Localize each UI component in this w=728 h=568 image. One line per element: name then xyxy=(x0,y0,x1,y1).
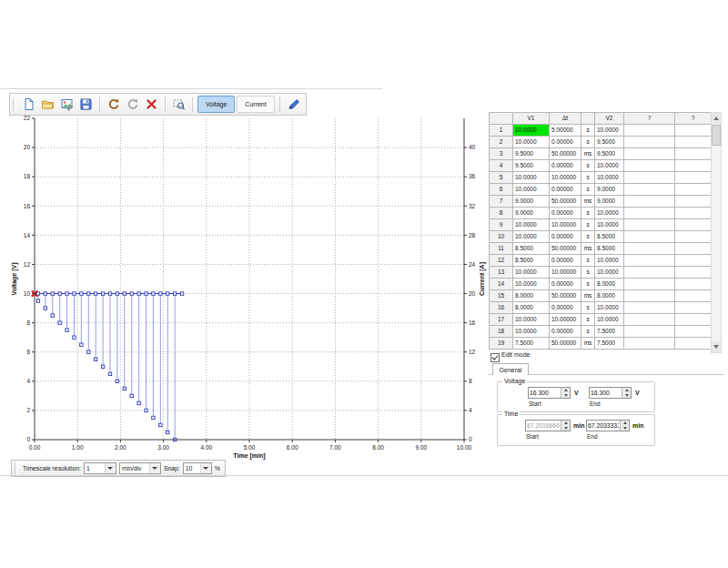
table-cell[interactable]: 10.0000 xyxy=(595,172,624,184)
table-cell[interactable] xyxy=(624,290,675,302)
data-point-marker[interactable] xyxy=(51,314,54,317)
table-cell[interactable] xyxy=(624,279,675,290)
table-cell[interactable] xyxy=(675,160,712,172)
data-point-marker[interactable] xyxy=(101,365,104,368)
table-cell[interactable]: 50.00000 xyxy=(550,243,581,255)
spin-down-button[interactable] xyxy=(561,393,570,399)
spin-down-button[interactable] xyxy=(621,426,629,431)
current-tab-button[interactable]: Current xyxy=(237,96,274,113)
data-point-marker[interactable] xyxy=(66,329,68,331)
table-cell[interactable]: 50.00000 xyxy=(550,338,581,350)
spin-down-button[interactable] xyxy=(561,426,570,431)
table-cell[interactable]: 10.0000 xyxy=(513,184,550,196)
row-header[interactable]: 13 xyxy=(490,267,513,279)
table-cell[interactable]: 9.0000 xyxy=(595,184,624,196)
table-cell[interactable] xyxy=(675,279,712,290)
data-point-marker[interactable] xyxy=(80,343,83,346)
data-point-marker[interactable] xyxy=(167,431,169,433)
table-cell[interactable] xyxy=(675,338,712,350)
table-cell[interactable] xyxy=(675,137,712,148)
table-cell[interactable] xyxy=(624,231,675,243)
scroll-down-button[interactable] xyxy=(712,341,721,352)
row-header[interactable]: 8 xyxy=(490,208,513,219)
table-cell[interactable]: s xyxy=(581,267,595,279)
table-cell[interactable] xyxy=(675,267,712,279)
table-cell[interactable] xyxy=(624,267,675,279)
table-cell[interactable]: 10.0000 xyxy=(513,137,550,148)
table-cell[interactable]: 0.00000 xyxy=(550,326,581,338)
table-scrollbar[interactable] xyxy=(711,112,722,353)
table-cell[interactable]: s xyxy=(581,326,595,338)
row-header[interactable]: 2 xyxy=(490,137,513,148)
data-point-marker[interactable] xyxy=(108,372,111,375)
table-cell[interactable]: 0.00000 xyxy=(550,208,581,219)
table-cell[interactable]: s xyxy=(581,314,595,326)
table-cell[interactable] xyxy=(675,208,712,219)
table-cell[interactable]: 8.5000 xyxy=(513,243,550,255)
table-cell[interactable]: ms xyxy=(581,290,595,302)
data-point-marker[interactable] xyxy=(73,292,76,295)
table-cell[interactable] xyxy=(624,314,675,326)
table-cell[interactable]: 10.0000 xyxy=(513,314,550,326)
tab-general[interactable]: General xyxy=(492,363,529,375)
pen-icon[interactable] xyxy=(285,96,302,113)
table-cell[interactable] xyxy=(675,125,712,137)
data-point-marker[interactable] xyxy=(94,292,96,295)
data-point-marker[interactable] xyxy=(87,350,90,353)
table-cell[interactable] xyxy=(675,255,712,267)
table-cell[interactable]: 9.0000 xyxy=(595,196,624,208)
table-cell[interactable]: s xyxy=(581,208,595,219)
timescale-value-select[interactable]: 1 xyxy=(84,462,116,474)
table-cell[interactable] xyxy=(624,326,675,338)
sequence-table[interactable]: V1ΔtV2??110.00005.00000s10.0000210.00000… xyxy=(489,112,711,350)
table-cell[interactable]: 7.5000 xyxy=(595,338,624,350)
table-cell[interactable] xyxy=(624,172,675,184)
table-cell[interactable] xyxy=(624,208,675,219)
table-cell[interactable] xyxy=(675,314,712,326)
row-header[interactable]: 18 xyxy=(490,326,513,338)
row-header[interactable]: 15 xyxy=(490,290,513,302)
data-point-marker[interactable] xyxy=(58,292,61,295)
data-point-marker[interactable] xyxy=(137,401,140,404)
open-icon[interactable] xyxy=(39,96,56,113)
table-cell[interactable]: s xyxy=(581,302,595,314)
table-cell[interactable]: 9.5000 xyxy=(595,137,624,148)
table-cell[interactable] xyxy=(675,243,712,255)
timescale-unit-select[interactable]: min/div xyxy=(119,462,161,474)
table-cell[interactable]: 7.5000 xyxy=(513,338,550,350)
table-cell[interactable]: 8.5000 xyxy=(595,243,624,255)
data-point-marker[interactable] xyxy=(130,292,133,295)
table-cell[interactable]: 50.00000 xyxy=(550,290,581,302)
table-cell[interactable]: 9.0000 xyxy=(513,196,550,208)
table-cell[interactable]: 10.0000 xyxy=(595,219,624,231)
data-point-marker[interactable] xyxy=(73,336,76,339)
table-cell[interactable] xyxy=(675,290,712,302)
data-point-marker[interactable] xyxy=(116,292,118,295)
data-point-marker[interactable] xyxy=(51,292,54,295)
row-header[interactable]: 5 xyxy=(490,172,513,184)
data-point-marker[interactable] xyxy=(108,292,111,295)
data-point-marker[interactable] xyxy=(152,416,155,419)
table-cell[interactable]: 10.0000 xyxy=(595,208,624,219)
table-cell[interactable] xyxy=(675,219,712,231)
table-cell[interactable]: s xyxy=(581,219,595,231)
data-point-marker[interactable] xyxy=(145,292,147,295)
data-point-marker[interactable] xyxy=(123,292,126,295)
table-cell[interactable]: ms xyxy=(581,196,595,208)
edit-mode-checkbox[interactable] xyxy=(490,353,500,362)
table-cell[interactable]: 8.0000 xyxy=(513,290,550,302)
table-cell[interactable] xyxy=(624,255,675,267)
data-point-marker[interactable] xyxy=(159,423,162,426)
row-header[interactable]: 3 xyxy=(490,148,513,160)
table-cell[interactable]: s xyxy=(581,137,595,148)
redo-icon[interactable] xyxy=(124,96,141,113)
export-icon[interactable] xyxy=(58,96,76,113)
table-cell[interactable] xyxy=(624,243,675,255)
table-cell[interactable]: 0.00000 xyxy=(550,255,581,267)
table-cell[interactable]: 10.00000 xyxy=(550,172,581,184)
table-cell[interactable]: ms xyxy=(581,243,595,255)
save-icon[interactable] xyxy=(77,96,95,113)
marquee-zoom-icon[interactable] xyxy=(170,96,187,113)
table-cell[interactable]: 50.00000 xyxy=(550,148,581,160)
table-cell[interactable]: s xyxy=(581,255,595,267)
